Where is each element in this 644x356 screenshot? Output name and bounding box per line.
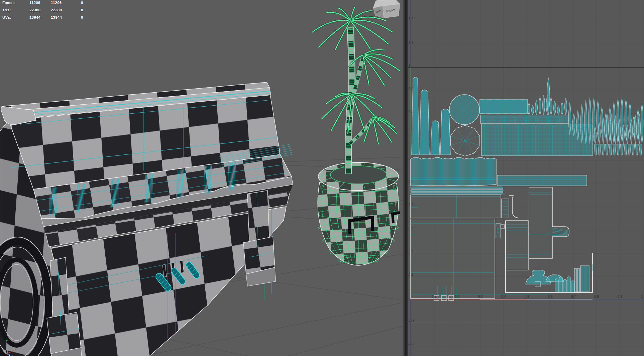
panel-divider[interactable]	[403, 0, 408, 356]
hud-value: 0	[81, 8, 83, 12]
svg-text:0.4: 0.4	[501, 295, 506, 299]
hud-row-uvs: UVs: 13944 13944 0	[0, 15, 107, 23]
x-axis-line	[7, 351, 14, 353]
y-axis-label: Y	[6, 339, 8, 343]
hud-value: 11206	[51, 1, 62, 5]
svg-text:1.1: 1.1	[409, 40, 413, 44]
uv-editor-canvas: 0.10.20.30.40.50.60.70.80.911.21.110.90.…	[408, 0, 644, 356]
hud-label: UVs:	[2, 15, 11, 19]
hud-value: 0	[81, 15, 83, 19]
view-cube[interactable]: LEFT FRONT	[370, 0, 403, 20]
maya-uv-workspace: Faces: 11206 11206 0 Tris: 22380 22380 0…	[0, 0, 644, 356]
poly-count-hud: Faces: 11206 11206 0 Tris: 22380 22380 0…	[0, 1, 107, 23]
x-axis-label: x	[15, 348, 16, 351]
axis-orientation-gizmo: Y x z	[1, 338, 24, 356]
hud-value: 22380	[29, 8, 40, 12]
svg-text:1.2: 1.2	[409, 17, 413, 21]
svg-text:0.5: 0.5	[525, 295, 529, 299]
svg-text:0.6: 0.6	[548, 295, 552, 299]
hud-row-faces: Faces: 11206 11206 0	[0, 1, 107, 8]
pot-opening	[330, 166, 387, 184]
svg-text:0.8: 0.8	[594, 295, 599, 299]
hud-label: Tris:	[2, 8, 11, 12]
z-axis-label: z	[12, 354, 13, 356]
hud-value: 0	[81, 1, 83, 5]
hud-value: 13944	[29, 15, 40, 19]
svg-text:0.9: 0.9	[618, 295, 622, 299]
svg-text:-0.1: -0.1	[409, 319, 415, 323]
viewport-3d[interactable]: Faces: 11206 11206 0 Tris: 22380 22380 0…	[0, 0, 403, 356]
hud-value: 11206	[29, 1, 40, 5]
z-axis-line	[7, 353, 11, 355]
uv-editor-panel[interactable]: 0.10.20.30.40.50.60.70.80.911.21.110.90.…	[408, 0, 644, 356]
piano-left-foot	[47, 312, 81, 354]
svg-text:0.7: 0.7	[571, 295, 576, 299]
svg-text:1: 1	[641, 295, 643, 299]
viewport-canvas	[0, 0, 403, 356]
hud-row-tris: Tris: 22380 22380 0	[0, 8, 107, 15]
hud-value: 13944	[51, 15, 62, 19]
hud-value: 22380	[51, 8, 62, 12]
svg-text:-0.2: -0.2	[409, 342, 415, 346]
hud-label: Faces:	[2, 1, 15, 5]
svg-text:1: 1	[409, 64, 411, 67]
